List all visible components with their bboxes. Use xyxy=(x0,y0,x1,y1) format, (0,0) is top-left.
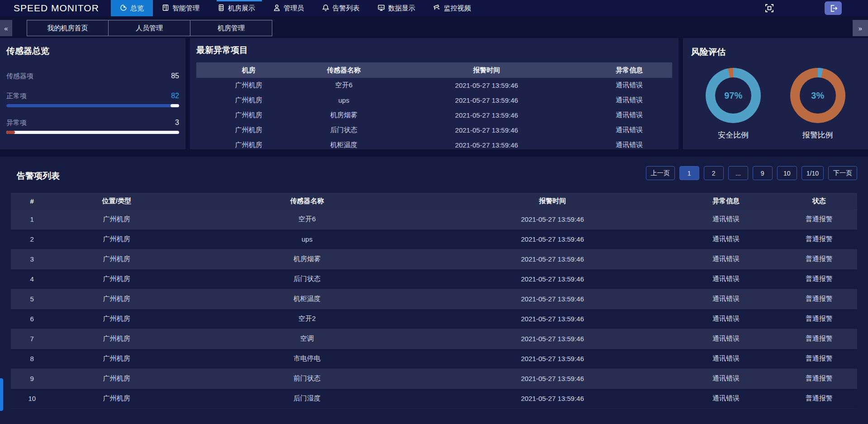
pie-overview-icon xyxy=(120,4,127,13)
table-row: 广州机房ups2021-05-27 13:59:46通讯错误 xyxy=(196,93,672,108)
sensor-abnormal-label: 异常项 xyxy=(6,119,27,127)
col-sensor-name: 传感器名称 xyxy=(301,66,386,75)
nav-label: 机房展示 xyxy=(228,4,255,13)
next-page-button[interactable]: 下一页 xyxy=(828,166,857,180)
alarm-ratio-donut: 3% xyxy=(790,68,845,123)
sensor-total-value: 85 xyxy=(171,72,179,80)
table-row: 6广州机房空开22021-05-27 13:59:46通讯错误普通报警 xyxy=(11,309,857,329)
col-location-type: 位置/类型 xyxy=(53,197,180,205)
latest-abnormal-table: 机房 传感器名称 报警时间 异常信息 广州机房空开62021-05-27 13:… xyxy=(196,62,672,152)
nav-item-admin[interactable]: 管理员 xyxy=(264,0,313,16)
sensor-overview-panel: 传感器总览 传感器项 85 正常项 82 异常项 3 xyxy=(0,38,185,149)
top-navbar: SPEED MONITOR 总览 智能管理 机房展示 管理员 告警列表 数据显示 xyxy=(0,0,868,16)
table-row: 10广州机房后门湿度2021-05-27 13:59:46通讯错误普通报警 xyxy=(11,389,857,409)
alarm-ratio-caption: 报警比例 xyxy=(802,130,833,140)
page-tabs: 我的机房首页 人员管理 机房管理 xyxy=(27,20,272,36)
safe-ratio-value: 97% xyxy=(724,91,742,101)
table-row: 广州机房后门状态2021-05-27 13:59:46通讯错误 xyxy=(196,123,672,138)
normal-progress-thumb xyxy=(171,104,179,107)
col-alarm-time: 报警时间 xyxy=(434,197,671,205)
page-indicator[interactable]: 1/10 xyxy=(802,166,824,180)
normal-progress-bar xyxy=(6,104,179,107)
col-index: # xyxy=(11,197,53,205)
col-error-info: 异常信息 xyxy=(587,66,672,75)
page-button-1[interactable]: 1 xyxy=(679,166,699,180)
tab-room-manage[interactable]: 机房管理 xyxy=(190,20,272,36)
left-edge-scroll-indicator[interactable] xyxy=(0,378,3,411)
table-row: 1广州机房空开62021-05-27 13:59:46通讯错误普通报警 xyxy=(11,210,857,229)
table-row: 3广州机房机房烟雾2021-05-27 13:59:46通讯错误普通报警 xyxy=(11,249,857,269)
table-row: 7广州机房空调2021-05-27 13:59:46通讯错误普通报警 xyxy=(11,329,857,349)
risk-assessment-panel: 风险评估 97% 安全比例 3% 报警比例 xyxy=(683,38,868,149)
nav-label: 总览 xyxy=(130,4,144,13)
tabs-scroll-right-button[interactable]: » xyxy=(853,20,868,36)
chevron-double-left-icon: « xyxy=(4,24,8,32)
prev-page-button[interactable]: 上一页 xyxy=(646,166,675,180)
fullscreen-button[interactable] xyxy=(764,3,775,14)
safe-ratio-caption: 安全比例 xyxy=(718,130,749,140)
alarm-table: # 位置/类型 传感器名称 报警时间 异常信息 状态 1广州机房空开62021-… xyxy=(11,193,857,409)
main-nav: 总览 智能管理 机房展示 管理员 告警列表 数据显示 监控视频 xyxy=(111,0,480,16)
col-status: 状态 xyxy=(781,197,857,205)
alarm-table-header: # 位置/类型 传感器名称 报警时间 异常信息 状态 xyxy=(11,193,857,210)
risk-charts: 97% 安全比例 3% 报警比例 xyxy=(691,68,860,140)
page-button-9[interactable]: 9 xyxy=(753,166,773,180)
nav-item-data-display[interactable]: 数据显示 xyxy=(369,0,424,16)
logout-button[interactable] xyxy=(825,1,842,15)
nav-item-overview[interactable]: 总览 xyxy=(111,0,153,16)
abnormal-progress-bar xyxy=(6,131,179,134)
safe-ratio-chart: 97% 安全比例 xyxy=(706,68,761,140)
sensor-overview-title: 传感器总览 xyxy=(6,45,179,57)
tabs-scroll-left-button[interactable]: « xyxy=(0,20,12,36)
topnav-actions xyxy=(764,0,868,16)
safe-ratio-donut: 97% xyxy=(706,68,761,123)
page-button-ellipsis[interactable]: ... xyxy=(728,166,748,180)
nav-label: 监控视频 xyxy=(444,4,471,13)
room-display-icon xyxy=(218,4,225,13)
table-row: 广州机房空开62021-05-27 13:59:46通讯错误 xyxy=(196,78,672,93)
nav-item-alarm-list[interactable]: 告警列表 xyxy=(313,0,369,16)
nav-item-video-monitor[interactable]: 监控视频 xyxy=(424,0,480,16)
admin-icon xyxy=(273,4,280,13)
col-error-info: 异常信息 xyxy=(671,197,781,205)
page-button-2[interactable]: 2 xyxy=(704,166,724,180)
nav-label: 告警列表 xyxy=(332,4,360,13)
sensor-total-label: 传感器项 xyxy=(6,72,33,81)
alarm-bell-icon xyxy=(322,4,329,13)
col-alarm-time: 报警时间 xyxy=(387,66,587,75)
video-camera-icon xyxy=(433,4,441,13)
alarm-ratio-value: 3% xyxy=(811,91,824,101)
table-row: 广州机房机柜温度2021-05-27 13:59:46通讯错误 xyxy=(196,138,672,152)
table-row: 广州机房机房烟雾2021-05-27 13:59:46通讯错误 xyxy=(196,108,672,123)
table-row: 9广州机房前门状态2021-05-27 13:59:46通讯错误普通报警 xyxy=(11,369,857,389)
latest-abnormal-panel: 最新异常项目 机房 传感器名称 报警时间 异常信息 广州机房空开62021-05… xyxy=(190,38,678,149)
table-row: 8广州机房市电停电2021-05-27 13:59:46通讯错误普通报警 xyxy=(11,349,857,369)
nav-item-room-display[interactable]: 机房展示 xyxy=(209,0,264,16)
risk-assessment-title: 风险评估 xyxy=(691,46,860,58)
subnav-bar: « 我的机房首页 人员管理 机房管理 » xyxy=(0,16,868,36)
alarm-list-section: 告警项列表 上一页 1 2 ... 9 10 1/10 下一页 # 位置/类型 … xyxy=(0,157,868,424)
latest-abnormal-title: 最新异常项目 xyxy=(196,44,672,56)
nav-label: 智能管理 xyxy=(172,4,199,13)
col-room: 机房 xyxy=(196,66,301,75)
alarm-list-title: 告警项列表 xyxy=(17,170,60,182)
alarm-ratio-chart: 3% 报警比例 xyxy=(790,68,845,140)
tab-my-room-home[interactable]: 我的机房首页 xyxy=(27,20,109,36)
dashboard-top-row: 传感器总览 传感器项 85 正常项 82 异常项 3 最新异常项目 机房 传感器… xyxy=(0,38,868,149)
app-title: SPEED MONITOR xyxy=(0,3,111,14)
page-button-10[interactable]: 10 xyxy=(777,166,797,180)
nav-label: 数据显示 xyxy=(388,4,415,13)
nav-label: 管理员 xyxy=(284,4,304,13)
chevron-double-right-icon: » xyxy=(859,24,862,32)
normal-progress-fill xyxy=(6,104,172,107)
sensor-abnormal-value: 3 xyxy=(175,119,179,127)
col-sensor-name: 传感器名称 xyxy=(180,197,434,205)
nav-item-smart-manage[interactable]: 智能管理 xyxy=(153,0,209,16)
data-display-icon xyxy=(378,4,385,13)
table-row: 2广州机房ups2021-05-27 13:59:46通讯错误普通报警 xyxy=(11,229,857,249)
smart-manage-icon xyxy=(162,4,169,13)
tab-personnel-manage[interactable]: 人员管理 xyxy=(109,20,190,36)
pagination: 上一页 1 2 ... 9 10 1/10 下一页 xyxy=(646,166,857,180)
abnormal-progress-fill xyxy=(6,131,15,134)
nav-hover-indicator xyxy=(217,0,262,1)
